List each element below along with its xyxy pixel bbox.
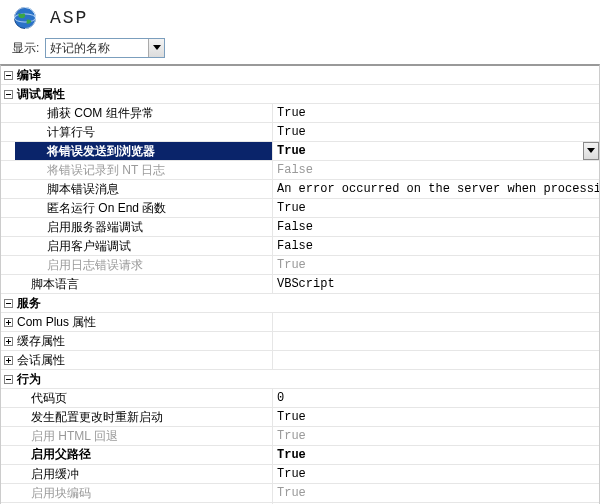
category-label: 行为 bbox=[15, 370, 599, 388]
property-name: 启用父路径 bbox=[15, 446, 273, 464]
property-value[interactable]: An error occurred on the server when pro… bbox=[273, 180, 599, 198]
display-filter-value: 好记的名称 bbox=[46, 38, 148, 59]
property-name: 发生配置更改时重新启动 bbox=[15, 408, 273, 426]
property-value[interactable]: False bbox=[273, 237, 599, 255]
chevron-down-icon bbox=[148, 39, 164, 57]
exp-spacer bbox=[1, 142, 15, 160]
collapse-icon[interactable] bbox=[1, 294, 15, 312]
property-row[interactable]: 启用父路径True bbox=[1, 446, 599, 465]
property-row[interactable]: 启用 HTML 回退True bbox=[1, 427, 599, 446]
category-label: 调试属性 bbox=[15, 85, 599, 103]
property-value[interactable]: 0 bbox=[273, 389, 599, 407]
property-value bbox=[273, 332, 599, 350]
category-row[interactable]: Com Plus 属性 bbox=[1, 313, 599, 332]
property-row[interactable]: 将错误发送到浏览器True bbox=[1, 142, 599, 161]
property-name: 启用缓冲 bbox=[15, 465, 273, 483]
property-row[interactable]: 发生配置更改时重新启动True bbox=[1, 408, 599, 427]
property-grid: 编译调试属性捕获 COM 组件异常True计算行号True将错误发送到浏览器Tr… bbox=[0, 64, 600, 504]
page-header: ASP bbox=[0, 0, 600, 36]
expand-icon[interactable] bbox=[1, 332, 15, 350]
exp-spacer bbox=[1, 389, 15, 407]
property-row[interactable]: 捕获 COM 组件异常True bbox=[1, 104, 599, 123]
property-row[interactable]: 代码页0 bbox=[1, 389, 599, 408]
property-name: 启用客户端调试 bbox=[15, 237, 273, 255]
expand-icon[interactable] bbox=[1, 351, 15, 369]
property-row[interactable]: 匿名运行 On End 函数True bbox=[1, 199, 599, 218]
property-value[interactable]: True bbox=[273, 256, 599, 274]
exp-spacer bbox=[1, 446, 15, 464]
property-row[interactable]: 将错误记录到 NT 日志False bbox=[1, 161, 599, 180]
property-value bbox=[273, 351, 599, 369]
property-name: 捕获 COM 组件异常 bbox=[15, 104, 273, 122]
property-name: 启用日志错误请求 bbox=[15, 256, 273, 274]
property-value[interactable]: False bbox=[273, 218, 599, 236]
property-value[interactable]: True bbox=[273, 484, 599, 502]
property-row[interactable]: 启用日志错误请求True bbox=[1, 256, 599, 275]
property-row[interactable]: 启用客户端调试False bbox=[1, 237, 599, 256]
property-row[interactable]: 启用服务器端调试False bbox=[1, 218, 599, 237]
exp-spacer bbox=[1, 104, 15, 122]
property-name: 将错误记录到 NT 日志 bbox=[15, 161, 273, 179]
category-row[interactable]: 调试属性 bbox=[1, 85, 599, 104]
property-name: 启用服务器端调试 bbox=[15, 218, 273, 236]
exp-spacer bbox=[1, 484, 15, 502]
property-row[interactable]: 启用缓冲True bbox=[1, 465, 599, 484]
category-label: 会话属性 bbox=[15, 351, 273, 369]
property-name: 脚本错误消息 bbox=[15, 180, 273, 198]
property-value[interactable]: True bbox=[273, 199, 599, 217]
property-name: 将错误发送到浏览器 bbox=[15, 142, 273, 160]
property-name: 代码页 bbox=[15, 389, 273, 407]
exp-spacer bbox=[1, 275, 15, 293]
category-row[interactable]: 服务 bbox=[1, 294, 599, 313]
property-row[interactable]: 脚本错误消息An error occurred on the server wh… bbox=[1, 180, 599, 199]
category-label: 缓存属性 bbox=[15, 332, 273, 350]
property-value[interactable]: True bbox=[273, 408, 599, 426]
property-value[interactable]: True bbox=[273, 427, 599, 445]
expand-icon[interactable] bbox=[1, 313, 15, 331]
exp-spacer bbox=[1, 256, 15, 274]
page-title: ASP bbox=[50, 8, 88, 28]
category-row[interactable]: 会话属性 bbox=[1, 351, 599, 370]
category-row[interactable]: 缓存属性 bbox=[1, 332, 599, 351]
property-name: 启用块编码 bbox=[15, 484, 273, 502]
exp-spacer bbox=[1, 408, 15, 426]
exp-spacer bbox=[1, 199, 15, 217]
property-value[interactable]: True bbox=[273, 123, 599, 141]
property-value[interactable]: VBScript bbox=[273, 275, 599, 293]
property-value[interactable]: True bbox=[273, 465, 599, 483]
chevron-down-icon[interactable] bbox=[583, 142, 599, 160]
property-value[interactable]: True bbox=[273, 142, 599, 160]
property-name: 启用 HTML 回退 bbox=[15, 427, 273, 445]
category-label: 编译 bbox=[15, 66, 599, 84]
filter-row: 显示: 好记的名称 bbox=[0, 36, 600, 64]
property-value[interactable]: True bbox=[273, 446, 599, 464]
collapse-icon[interactable] bbox=[1, 370, 15, 388]
property-name: 匿名运行 On End 函数 bbox=[15, 199, 273, 217]
exp-spacer bbox=[1, 123, 15, 141]
globe-icon bbox=[12, 5, 38, 31]
property-row[interactable]: 脚本语言VBScript bbox=[1, 275, 599, 294]
property-value[interactable]: False bbox=[273, 161, 599, 179]
filter-label: 显示: bbox=[12, 40, 39, 57]
property-name: 脚本语言 bbox=[15, 275, 273, 293]
collapse-icon[interactable] bbox=[1, 66, 15, 84]
category-label: 服务 bbox=[15, 294, 599, 312]
exp-spacer bbox=[1, 427, 15, 445]
property-row[interactable]: 计算行号True bbox=[1, 123, 599, 142]
exp-spacer bbox=[1, 237, 15, 255]
collapse-icon[interactable] bbox=[1, 85, 15, 103]
exp-spacer bbox=[1, 180, 15, 198]
category-row[interactable]: 行为 bbox=[1, 370, 599, 389]
property-name: 计算行号 bbox=[15, 123, 273, 141]
exp-spacer bbox=[1, 465, 15, 483]
category-label: Com Plus 属性 bbox=[15, 313, 273, 331]
property-value bbox=[273, 313, 599, 331]
category-row[interactable]: 编译 bbox=[1, 66, 599, 85]
exp-spacer bbox=[1, 218, 15, 236]
property-row[interactable]: 启用块编码True bbox=[1, 484, 599, 503]
display-filter-combo[interactable]: 好记的名称 bbox=[45, 38, 165, 58]
exp-spacer bbox=[1, 161, 15, 179]
property-value[interactable]: True bbox=[273, 104, 599, 122]
